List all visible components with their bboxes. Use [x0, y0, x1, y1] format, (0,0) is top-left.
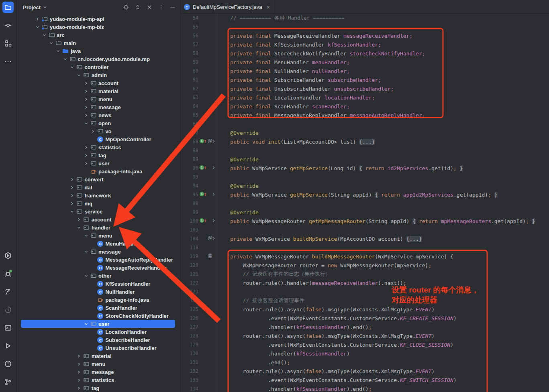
- tree-item-statistics[interactable]: statistics: [16, 143, 180, 151]
- chevron-right-icon[interactable]: [76, 216, 82, 223]
- tree-item-user[interactable]: user: [16, 159, 180, 167]
- chevron-right-icon[interactable]: [83, 152, 89, 158]
- git-branch-icon[interactable]: [2, 376, 14, 388]
- run-icon[interactable]: [2, 340, 14, 351]
- fold-arrow-icon[interactable]: [211, 192, 216, 198]
- tree-item-message[interactable]: message: [16, 103, 180, 111]
- chevron-down-icon[interactable]: [69, 208, 76, 215]
- chevron-right-icon[interactable]: [76, 361, 82, 367]
- chevron-right-icon[interactable]: [69, 176, 76, 183]
- tree-item-menu[interactable]: menu: [16, 232, 180, 240]
- tree-item-statistics[interactable]: statistics: [16, 376, 180, 384]
- chevron-right-icon[interactable]: [69, 184, 76, 191]
- tree-item-kfsessionhandler[interactable]: CKfSessionHandler: [16, 280, 180, 288]
- tree-item-nullhandler[interactable]: CNullHandler: [16, 288, 180, 296]
- commit-icon[interactable]: [2, 20, 14, 31]
- chevron-right-icon[interactable]: [76, 353, 82, 359]
- chevron-down-icon[interactable]: [34, 24, 41, 30]
- fold-arrow-icon[interactable]: [211, 139, 216, 145]
- project-folder-icon[interactable]: [2, 2, 14, 13]
- tree-item-package-info-java[interactable]: package-info.java: [16, 296, 180, 304]
- options-icon[interactable]: [157, 4, 165, 11]
- tree-item-convert[interactable]: convert: [16, 175, 180, 183]
- tree-item-user[interactable]: user: [16, 320, 180, 328]
- chevron-right-icon[interactable]: [76, 385, 82, 391]
- tree-item-menuhandler[interactable]: CMenuHandler: [16, 240, 180, 248]
- tree-item-framework[interactable]: framework: [16, 191, 180, 199]
- tree-item-locationhandler[interactable]: CLocationHandler: [16, 328, 180, 336]
- chevron-down-icon[interactable]: [55, 48, 61, 54]
- tree-item-subscribehandler[interactable]: CSubscribeHandler: [16, 336, 180, 344]
- tree-item-src[interactable]: src: [16, 31, 180, 39]
- implements-marker-icon[interactable]: 1↑: [200, 138, 207, 144]
- chevron-right-icon[interactable]: [83, 112, 89, 118]
- problems-icon[interactable]: [2, 358, 14, 370]
- tree-item-java[interactable]: java: [16, 47, 180, 55]
- tree-item-tag[interactable]: tag: [16, 384, 180, 392]
- chevron-right-icon[interactable]: [83, 144, 89, 150]
- implements-marker-icon[interactable]: 1↑: [200, 218, 207, 223]
- tree-item-handler[interactable]: handler: [16, 223, 180, 232]
- tree-item-unsubscribehandler[interactable]: CUnsubscribeHandler: [16, 344, 180, 352]
- chevron-down-icon[interactable]: [76, 72, 82, 78]
- chevron-down-icon[interactable]: [83, 120, 89, 126]
- annotation-marker-icon[interactable]: @: [208, 253, 212, 258]
- tree-item-mq[interactable]: mq: [16, 199, 180, 207]
- tree-item-menu[interactable]: menu: [16, 95, 180, 103]
- close-icon[interactable]: ×: [266, 4, 270, 10]
- collapse-all-icon[interactable]: [146, 4, 153, 11]
- chevron-right-icon[interactable]: [69, 192, 76, 199]
- debug-icon[interactable]: [2, 268, 14, 279]
- implements-marker-icon[interactable]: 1↑: [200, 191, 207, 197]
- chevron-right-icon[interactable]: [76, 369, 82, 375]
- chevron-right-icon[interactable]: [83, 104, 89, 110]
- chevron-right-icon[interactable]: [83, 88, 89, 94]
- fold-arrow-icon[interactable]: [211, 165, 216, 171]
- chevron-right-icon[interactable]: [34, 16, 41, 22]
- tree-item-main[interactable]: main: [16, 39, 180, 47]
- chevron-right-icon[interactable]: [83, 160, 89, 167]
- chevron-down-icon[interactable]: [83, 321, 89, 327]
- chevron-down-icon[interactable]: [83, 232, 89, 239]
- tree-item-scanhandler[interactable]: CScanHandler: [16, 304, 180, 312]
- chevron-down-icon[interactable]: [48, 40, 55, 46]
- tree-item-package-info-java[interactable]: package-info.java: [16, 167, 180, 175]
- tree-item-yudao-module-mp-biz[interactable]: yudao-module-mp-biz: [16, 23, 180, 31]
- locate-icon[interactable]: [122, 4, 130, 11]
- tree-item-account[interactable]: account: [16, 79, 180, 87]
- profiler-icon[interactable]: [2, 304, 14, 315]
- chevron-down-icon[interactable]: [83, 272, 89, 279]
- project-panel-title[interactable]: Project: [23, 4, 41, 10]
- tree-item-vo[interactable]: vo: [16, 127, 180, 135]
- chevron-down-icon[interactable]: [69, 64, 76, 70]
- structure-icon[interactable]: [2, 38, 14, 49]
- tree-item-tag[interactable]: tag: [16, 151, 180, 159]
- tree-item-material[interactable]: material: [16, 87, 180, 95]
- chevron-down-icon[interactable]: [83, 248, 89, 255]
- chevron-down-icon[interactable]: [43, 5, 47, 10]
- fold-arrow-icon[interactable]: [211, 218, 216, 224]
- tree-item-news[interactable]: news: [16, 111, 180, 119]
- chevron-right-icon[interactable]: [83, 96, 89, 102]
- tree-item-message[interactable]: message: [16, 368, 180, 376]
- tree-item-cn-iocoder-yudao-module-mp[interactable]: cn.iocoder.yudao.module.mp: [16, 55, 180, 63]
- chevron-right-icon[interactable]: [83, 80, 89, 86]
- terminal-icon[interactable]: [2, 322, 14, 333]
- chevron-right-icon[interactable]: [90, 128, 96, 134]
- chevron-down-icon[interactable]: [62, 56, 68, 62]
- tree-item-yudao-module-mp-api[interactable]: yudao-module-mp-api: [16, 15, 180, 23]
- tree-item-other[interactable]: other: [16, 272, 180, 280]
- chevron-right-icon[interactable]: [76, 377, 82, 383]
- chevron-down-icon[interactable]: [41, 32, 47, 38]
- tree-item-admin[interactable]: admin: [16, 71, 180, 79]
- tab-defaultmpservicefactory[interactable]: C DefaultMpServiceFactory.java ×: [181, 0, 275, 14]
- implements-marker-icon[interactable]: 1↑: [200, 165, 207, 170]
- tree-item-messageautoreplyhandler[interactable]: CMessageAutoReplyHandler: [16, 256, 180, 264]
- tree-item-open[interactable]: open: [16, 119, 180, 127]
- tree-item-storechecknotifyhandler[interactable]: CStoreCheckNotifyHandler: [16, 312, 180, 320]
- tree-item-messagereceivehandler[interactable]: CMessageReceiveHandler: [16, 264, 180, 272]
- tree-item-menu[interactable]: menu: [16, 360, 180, 368]
- code-editor[interactable]: 54 // ========== 各种 Handler ==========55…: [181, 14, 549, 392]
- tree-item-controller[interactable]: controller: [16, 63, 180, 71]
- tree-item-service[interactable]: service: [16, 207, 180, 215]
